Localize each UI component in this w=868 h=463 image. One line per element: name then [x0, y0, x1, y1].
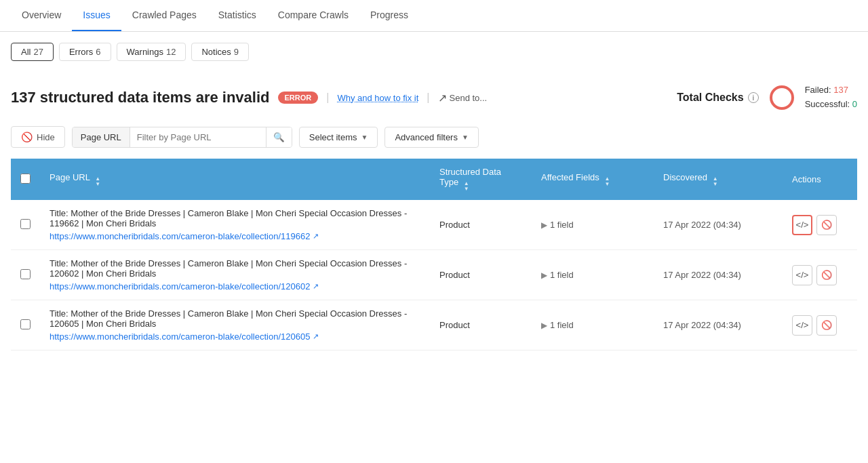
row-checkbox-cell — [11, 200, 40, 250]
hide-button[interactable]: 🚫 Hide — [11, 126, 65, 148]
select-items-button[interactable]: Select items ▼ — [299, 127, 378, 148]
row-url-link[interactable]: https://www.moncheribridals.com/cameron-… — [50, 231, 420, 241]
filter-tab-count: 6 — [96, 47, 100, 57]
action-buttons: </> 🚫 — [792, 215, 848, 235]
table-header-row: Page URL ▲▼ Structured Data Type ▲▼ Affe… — [11, 159, 857, 200]
row-checkbox[interactable] — [20, 219, 31, 229]
header-affected-fields[interactable]: Affected Fields ▲▼ — [532, 159, 654, 200]
send-to-arrow-icon: ↗ — [438, 92, 447, 104]
url-filter: Page URL 🔍 — [72, 127, 292, 148]
issue-title: 137 structured data items are invalid — [11, 89, 270, 106]
title-text: Mother of the Bride Dresses | Cameron Bl… — [50, 308, 407, 329]
filter-tab-notices[interactable]: Notices9 — [191, 43, 249, 61]
tab-crawled-pages[interactable]: Crawled Pages — [121, 0, 208, 31]
title-prefix: Title: — [50, 208, 68, 218]
type-sort-icon: ▲▼ — [464, 181, 469, 192]
top-nav: OverviewIssuesCrawled PagesStatisticsCom… — [0, 0, 868, 32]
tab-issues[interactable]: Issues — [72, 0, 121, 31]
row-title: Title: Mother of the Bride Dresses | Cam… — [50, 258, 420, 279]
external-link-icon: ↗ — [313, 332, 319, 341]
url-search-input[interactable] — [130, 127, 266, 147]
source-code-icon: </> — [796, 320, 809, 330]
total-checks-label: Total Checks i — [677, 92, 758, 104]
select-all-checkbox[interactable] — [20, 174, 31, 184]
title-prefix: Title: — [50, 258, 68, 268]
field-count: 1 field — [550, 220, 574, 230]
row-discovered-cell: 17 Apr 2022 (04:34) — [654, 300, 783, 350]
filter-tab-label: Warnings — [127, 47, 163, 57]
error-badge: error — [278, 92, 319, 104]
row-type-cell: Product — [430, 300, 532, 350]
donut-chart — [767, 83, 797, 113]
view-source-button[interactable]: </> — [792, 215, 812, 235]
row-discovered: 17 Apr 2022 (04:34) — [663, 220, 741, 230]
tab-statistics[interactable]: Statistics — [208, 0, 267, 31]
action-buttons: </> 🚫 — [792, 315, 848, 336]
hide-icon: 🚫 — [21, 132, 33, 142]
action-buttons: </> 🚫 — [792, 265, 848, 285]
send-to-button[interactable]: ↗ Send to... — [438, 92, 488, 104]
filter-tab-warnings[interactable]: Warnings12 — [117, 43, 186, 61]
filter-tab-all[interactable]: All27 — [11, 43, 54, 61]
divider-2: | — [427, 92, 429, 104]
filter-tab-count: 12 — [166, 47, 176, 57]
total-checks: Total Checks i Failed: 137 Successful: 0 — [677, 83, 857, 113]
source-code-icon: </> — [796, 270, 809, 280]
row-url-link[interactable]: https://www.moncheribridals.com/cameron-… — [50, 281, 420, 291]
search-button[interactable]: 🔍 — [266, 127, 292, 147]
row-discovered: 17 Apr 2022 (04:34) — [663, 320, 741, 330]
select-items-chevron-icon: ▼ — [361, 134, 368, 141]
title-text: Mother of the Bride Dresses | Cameron Bl… — [50, 258, 407, 279]
row-type: Product — [439, 220, 470, 230]
toolbar: 🚫 Hide Page URL 🔍 Select items ▼ Advance… — [11, 126, 857, 148]
field-indicator: ▶ 1 field — [541, 320, 644, 330]
view-source-button[interactable]: </> — [792, 315, 812, 336]
tab-compare-crawls[interactable]: Compare Crawls — [267, 0, 359, 31]
header-structured-data-type[interactable]: Structured Data Type ▲▼ — [430, 159, 532, 200]
row-url-cell: Title: Mother of the Bride Dresses | Cam… — [40, 300, 430, 350]
tab-overview[interactable]: Overview — [11, 0, 72, 31]
row-fields-cell: ▶ 1 field — [532, 300, 654, 350]
filter-tab-errors[interactable]: Errors6 — [59, 43, 111, 61]
row-title: Title: Mother of the Bride Dresses | Cam… — [50, 308, 420, 329]
row-discovered: 17 Apr 2022 (04:34) — [663, 270, 741, 280]
failed-count: Failed: 137 — [805, 83, 857, 98]
table-row: Title: Mother of the Bride Dresses | Cam… — [11, 300, 857, 350]
row-fields-cell: ▶ 1 field — [532, 200, 654, 250]
row-type: Product — [439, 320, 470, 330]
view-source-button[interactable]: </> — [792, 265, 812, 285]
row-fields-cell: ▶ 1 field — [532, 250, 654, 300]
info-icon[interactable]: i — [748, 92, 759, 103]
title-text: Mother of the Bride Dresses | Cameron Bl… — [50, 208, 407, 228]
hide-row-button[interactable]: 🚫 — [816, 315, 837, 336]
discovered-sort-icon: ▲▼ — [713, 176, 718, 187]
divider-1: | — [326, 92, 329, 104]
tab-progress[interactable]: Progress — [359, 0, 419, 31]
page-url-sort-icon: ▲▼ — [95, 176, 100, 187]
field-indicator: ▶ 1 field — [541, 220, 644, 230]
source-code-icon: </> — [796, 220, 809, 230]
fix-link[interactable]: Why and how to fix it — [337, 93, 418, 103]
fields-sort-icon: ▲▼ — [604, 176, 610, 187]
filter-tab-count: 9 — [234, 47, 239, 57]
row-url-link[interactable]: https://www.moncheribridals.com/cameron-… — [50, 331, 420, 342]
hide-row-button[interactable]: 🚫 — [816, 265, 837, 285]
success-count: Successful: 0 — [805, 98, 857, 112]
row-actions-cell: </> 🚫 — [783, 300, 857, 350]
issue-header: 137 structured data items are invalid er… — [11, 83, 857, 113]
advanced-filters-button[interactable]: Advanced filters ▼ — [384, 127, 478, 148]
table-row: Title: Mother of the Bride Dresses | Cam… — [11, 250, 857, 300]
filter-tab-count: 27 — [33, 47, 43, 57]
filter-tab-label: All — [21, 47, 31, 57]
header-page-url[interactable]: Page URL ▲▼ — [40, 159, 430, 200]
row-type-cell: Product — [430, 250, 532, 300]
header-discovered[interactable]: Discovered ▲▼ — [654, 159, 783, 200]
row-type: Product — [439, 270, 470, 280]
checks-text: Failed: 137 Successful: 0 — [805, 83, 857, 112]
row-title: Title: Mother of the Bride Dresses | Cam… — [50, 208, 420, 228]
data-table: Page URL ▲▼ Structured Data Type ▲▼ Affe… — [11, 159, 857, 350]
hide-row-button[interactable]: 🚫 — [816, 215, 837, 235]
row-checkbox[interactable] — [20, 269, 31, 279]
row-url-cell: Title: Mother of the Bride Dresses | Cam… — [40, 250, 430, 300]
row-checkbox[interactable] — [20, 319, 31, 329]
